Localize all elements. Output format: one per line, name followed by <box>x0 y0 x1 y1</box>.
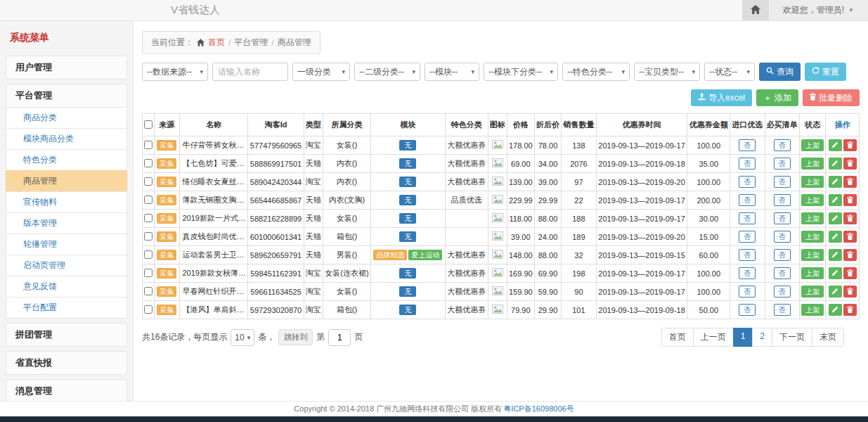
status-button[interactable]: 上架 <box>801 158 824 170</box>
status-button[interactable]: 上架 <box>801 139 824 151</box>
reset-button[interactable]: 重置 <box>805 63 846 81</box>
import-select-toggle[interactable]: 否 <box>739 286 756 298</box>
must-buy-toggle[interactable]: 否 <box>774 286 791 298</box>
import-select-toggle[interactable]: 否 <box>739 267 756 279</box>
delete-button[interactable] <box>843 139 857 151</box>
sidebar-item-12[interactable]: 拼团管理 <box>6 323 127 347</box>
filter-source-select[interactable]: --数据来源--▾ <box>142 63 208 81</box>
user-menu[interactable]: 欢迎您，管理员! ▼ <box>769 0 868 20</box>
breadcrumb-platform-link[interactable]: 平台管理 <box>234 37 268 49</box>
filter-item-type-select[interactable]: --宝贝类型--▾ <box>634 63 700 81</box>
row-checkbox[interactable] <box>144 269 153 277</box>
sidebar-item-4[interactable]: 特色分类 <box>6 149 127 171</box>
delete-button[interactable] <box>843 194 857 206</box>
sidebar-item-8[interactable]: 轮播管理 <box>6 234 127 255</box>
filter-module-select[interactable]: --模块--▾ <box>425 63 479 81</box>
page-button-1[interactable]: 1 <box>733 328 753 347</box>
edit-button[interactable] <box>829 176 842 188</box>
sidebar-item-2[interactable]: 商品分类 <box>6 107 127 129</box>
search-button[interactable]: 查询 <box>759 63 801 81</box>
edit-button[interactable] <box>829 231 842 243</box>
delete-button[interactable] <box>843 286 857 298</box>
must-buy-toggle[interactable]: 否 <box>774 176 791 188</box>
status-button[interactable]: 上架 <box>801 194 824 206</box>
edit-button[interactable] <box>829 267 842 279</box>
delete-button[interactable] <box>843 176 857 188</box>
row-checkbox[interactable] <box>144 141 153 149</box>
filter-feature-select[interactable]: --特色分类--▾ <box>562 63 630 81</box>
breadcrumb-home-link[interactable]: 首页 <box>208 37 225 49</box>
row-checkbox[interactable] <box>144 232 153 241</box>
page-button-末页[interactable]: 末页 <box>812 328 844 347</box>
delete-button[interactable] <box>843 249 857 261</box>
must-buy-toggle[interactable]: 否 <box>774 158 791 170</box>
page-button-下一页[interactable]: 下一页 <box>772 328 812 347</box>
page-size-select[interactable]: 10 ▾ <box>231 329 254 346</box>
import-select-toggle[interactable]: 否 <box>739 194 756 206</box>
name-search-input[interactable] <box>212 63 288 81</box>
page-button-上一页[interactable]: 上一页 <box>693 328 734 347</box>
row-checkbox[interactable] <box>144 214 153 222</box>
status-button[interactable]: 上架 <box>801 249 824 261</box>
edit-button[interactable] <box>829 139 842 151</box>
page-button-2[interactable]: 2 <box>752 328 772 347</box>
must-buy-toggle[interactable]: 否 <box>774 267 791 279</box>
row-checkbox[interactable] <box>144 159 153 167</box>
must-buy-toggle[interactable]: 否 <box>774 139 791 151</box>
edit-button[interactable] <box>829 286 842 298</box>
sidebar-item-9[interactable]: 启动页管理 <box>6 255 127 276</box>
row-checkbox[interactable] <box>144 250 153 259</box>
must-buy-toggle[interactable]: 否 <box>774 231 791 243</box>
row-checkbox[interactable] <box>144 287 153 295</box>
sidebar-item-3[interactable]: 模块商品分类 <box>6 128 127 150</box>
add-button[interactable]: ＋ 添加 <box>756 89 798 106</box>
status-button[interactable]: 上架 <box>801 304 824 316</box>
row-checkbox[interactable] <box>144 196 153 204</box>
sidebar-item-7[interactable]: 版本管理 <box>6 212 127 234</box>
edit-button[interactable] <box>829 212 842 224</box>
delete-button[interactable] <box>843 304 857 316</box>
import-select-toggle[interactable]: 否 <box>739 158 756 170</box>
edit-button[interactable] <box>829 304 842 316</box>
sidebar-item-0[interactable]: 用户管理 <box>6 56 127 79</box>
status-button[interactable]: 上架 <box>801 212 824 224</box>
delete-button[interactable] <box>843 158 857 170</box>
edit-button[interactable] <box>829 249 842 261</box>
icp-link[interactable]: 粤ICP备16098006号 <box>503 404 574 414</box>
import-select-toggle[interactable]: 否 <box>739 304 756 316</box>
delete-button[interactable] <box>843 231 857 243</box>
must-buy-toggle[interactable]: 否 <box>774 194 791 206</box>
import-select-toggle[interactable]: 否 <box>739 212 756 224</box>
page-jump-input[interactable] <box>328 329 351 346</box>
filter-level1-select[interactable]: 一级分类▾ <box>292 63 350 81</box>
import-select-toggle[interactable]: 否 <box>739 231 756 243</box>
home-button[interactable] <box>742 0 769 20</box>
sidebar-item-1[interactable]: 平台管理 <box>6 84 127 108</box>
edit-button[interactable] <box>829 194 842 206</box>
batch-delete-button[interactable]: 批量删除 <box>803 89 860 106</box>
edit-button[interactable] <box>829 158 842 170</box>
must-buy-toggle[interactable]: 否 <box>774 304 791 316</box>
import-select-toggle[interactable]: 否 <box>739 249 756 261</box>
filter-level2-select[interactable]: --二级分类--▾ <box>354 63 420 81</box>
filter-status-select[interactable]: --状态--▾ <box>704 63 755 81</box>
sidebar-item-13[interactable]: 省直快报 <box>6 351 127 375</box>
import-select-toggle[interactable]: 否 <box>739 176 756 188</box>
sidebar-item-6[interactable]: 宣传物料 <box>6 191 127 213</box>
import-excel-button[interactable]: 导入excel <box>691 89 752 106</box>
must-buy-toggle[interactable]: 否 <box>774 249 791 261</box>
row-checkbox[interactable] <box>144 305 153 314</box>
status-button[interactable]: 上架 <box>801 286 824 298</box>
select-all-checkbox[interactable] <box>144 120 153 129</box>
delete-button[interactable] <box>843 212 857 224</box>
filter-module-sub-select[interactable]: --模块下分类--▾ <box>484 63 558 81</box>
sidebar-item-5[interactable]: 商品管理 <box>6 170 127 192</box>
status-button[interactable]: 上架 <box>801 231 824 243</box>
delete-button[interactable] <box>843 267 857 279</box>
status-button[interactable]: 上架 <box>801 267 824 279</box>
import-select-toggle[interactable]: 否 <box>739 139 756 151</box>
sidebar-item-11[interactable]: 平台配置 <box>6 297 127 319</box>
must-buy-toggle[interactable]: 否 <box>774 212 791 224</box>
row-checkbox[interactable] <box>144 177 153 186</box>
jump-button[interactable]: 跳转到 <box>278 329 313 345</box>
